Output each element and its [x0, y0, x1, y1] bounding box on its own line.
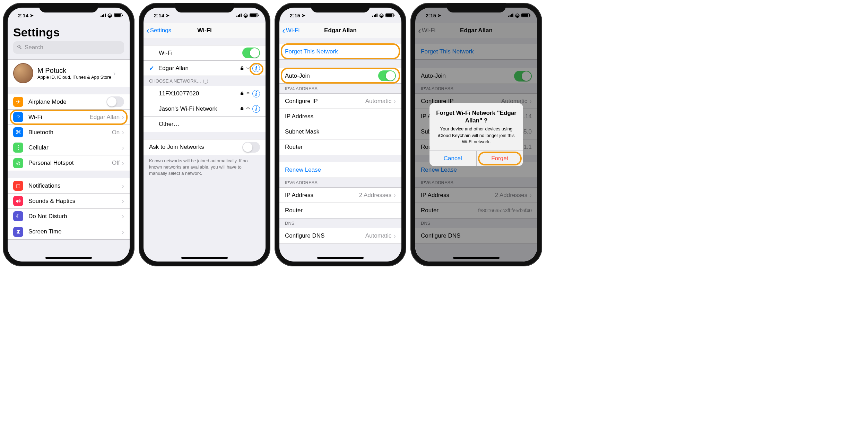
airplane-mode-cell[interactable]: ✈Airplane Mode: [8, 94, 130, 110]
apple-id-cell[interactable]: M PotuckApple ID, iCloud, iTunes & App S…: [8, 60, 130, 87]
chevron-right-icon: ›: [122, 128, 124, 136]
network-cell[interactable]: Jason's Wi-Fi Network🔒︎⌔i: [144, 101, 266, 117]
notifications-cell[interactable]: ◻Notifications›: [8, 178, 130, 194]
home-indicator[interactable]: [181, 257, 228, 259]
bluetooth-icon: ⌘: [13, 127, 23, 137]
location-icon: ➤: [166, 13, 170, 18]
nav-bar: ‹Settings Wi-Fi: [144, 23, 266, 38]
bluetooth-cell[interactable]: ⌘BluetoothOn›: [8, 125, 130, 140]
settings-content[interactable]: Settings 🔍︎Search M PotuckApple ID, iClo…: [8, 23, 130, 262]
wifi-icon: ◒: [379, 12, 384, 18]
configure-ip-label: Configure IP: [285, 98, 365, 105]
chevron-right-icon: ›: [122, 182, 124, 190]
cellular-cell[interactable]: ⋮Cellular›: [8, 140, 130, 155]
info-icon[interactable]: i: [252, 90, 260, 97]
ask-footer: Known networks will be joined automatica…: [144, 155, 266, 180]
autojoin-toggle[interactable]: [378, 70, 396, 81]
screentime-label: Screen Time: [28, 228, 120, 235]
airplane-icon: ✈: [13, 97, 23, 107]
lock-icon: 🔒︎: [240, 66, 244, 71]
ipv6-router-cell: Router: [279, 203, 401, 218]
screen-wifi: 2:14➤ ◒ ‹Settings Wi-Fi Wi-Fi ✓Edgar All…: [144, 8, 266, 262]
choose-network-header: CHOOSE A NETWORK…: [144, 76, 266, 86]
dns-header: DNS: [279, 219, 401, 228]
signal-icon: [372, 14, 377, 17]
hotspot-value: Off: [112, 160, 120, 166]
subnet-cell: Subnet Mask: [279, 124, 401, 139]
screentime-icon: ⧗: [13, 227, 23, 237]
ip-address-label: IP Address: [285, 113, 396, 120]
wifi-toggle-cell: Wi-Fi: [144, 45, 266, 61]
chevron-right-icon: ›: [113, 69, 116, 77]
alert-title: Forget Wi-Fi Network "Edgar Allan" ?: [435, 109, 518, 125]
notch: [311, 3, 370, 12]
search-input[interactable]: 🔍︎Search: [13, 41, 124, 54]
network-name: Jason's Wi-Fi Network: [149, 105, 240, 112]
airplane-toggle[interactable]: [106, 96, 124, 107]
wifi-cell[interactable]: ⌔Wi-FiEdgar Allan›: [8, 110, 130, 125]
hotspot-label: Personal Hotspot: [28, 160, 112, 166]
chevron-right-icon: ›: [122, 144, 124, 152]
current-network-cell[interactable]: ✓Edgar Allan🔒︎⌔i: [144, 61, 266, 76]
dnd-cell[interactable]: ☾Do Not Disturb›: [8, 209, 130, 224]
home-indicator[interactable]: [45, 257, 92, 259]
profile-sub: Apple ID, iCloud, iTunes & App Store: [37, 75, 111, 80]
configure-dns-cell[interactable]: Configure DNSAutomatic›: [279, 228, 401, 243]
chevron-left-icon: ‹: [146, 26, 149, 35]
forget-network-cell[interactable]: Forget This Network: [279, 44, 401, 59]
ask-toggle[interactable]: [242, 142, 260, 153]
phone-3: 2:15➤ ◒ ‹Wi-Fi Edgar Allan Forget This N…: [275, 3, 406, 266]
chevron-right-icon: ›: [122, 228, 124, 236]
renew-label: Renew Lease: [285, 166, 396, 173]
configure-ip-cell[interactable]: Configure IPAutomatic›: [279, 94, 401, 109]
ipv6-header: IPV6 ADDRESS: [279, 178, 401, 187]
wifi-value: Edgar Allan: [89, 114, 120, 121]
status-time: 2:14: [18, 12, 28, 18]
sounds-label: Sounds & Haptics: [28, 198, 120, 205]
notifications-icon: ◻: [13, 181, 23, 191]
battery-icon: [250, 13, 258, 17]
info-icon[interactable]: i: [252, 65, 260, 72]
renew-lease-cell[interactable]: Renew Lease: [279, 162, 401, 178]
notch: [175, 3, 234, 12]
other-network-cell[interactable]: Other…: [144, 117, 266, 132]
info-icon[interactable]: i: [252, 105, 260, 113]
wifi-strength-icon: ⌔: [246, 91, 250, 96]
hotspot-cell[interactable]: ⊚Personal HotspotOff›: [8, 155, 130, 171]
chevron-right-icon: ›: [122, 197, 124, 205]
screentime-cell[interactable]: ⧗Screen Time›: [8, 224, 130, 239]
location-icon: ➤: [302, 13, 305, 18]
cancel-button[interactable]: Cancel: [429, 151, 477, 166]
status-time: 2:15: [290, 12, 300, 18]
network-name: 11FX10077620: [149, 90, 240, 97]
back-label: Settings: [150, 27, 171, 34]
home-indicator[interactable]: [317, 257, 364, 259]
network-cell[interactable]: 11FX10077620🔒︎⌔i: [144, 86, 266, 101]
back-button[interactable]: ‹Settings: [144, 26, 171, 35]
configure-ip-value: Automatic: [365, 98, 392, 105]
autojoin-label: Auto-Join: [285, 72, 378, 79]
chevron-left-icon: ‹: [282, 26, 285, 35]
ask-to-join-cell: Ask to Join Networks: [144, 139, 266, 155]
bluetooth-label: Bluetooth: [28, 129, 112, 136]
bluetooth-value: On: [112, 129, 120, 136]
wifi-toggle[interactable]: [242, 48, 260, 58]
screen-network-detail: 2:15➤ ◒ ‹Wi-Fi Edgar Allan Forget This N…: [279, 8, 401, 262]
cellular-icon: ⋮: [13, 143, 23, 153]
ipv6-ip-cell[interactable]: IP Address2 Addresses›: [279, 188, 401, 203]
forget-button[interactable]: Forget: [477, 151, 523, 166]
wifi-content[interactable]: Wi-Fi ✓Edgar Allan🔒︎⌔i CHOOSE A NETWORK……: [144, 38, 266, 262]
chevron-right-icon: ›: [122, 159, 124, 167]
wifi-cell-icon: ⌔: [13, 112, 23, 122]
battery-icon: [385, 13, 394, 17]
sounds-cell[interactable]: 🔊︎Sounds & Haptics›: [8, 194, 130, 209]
notifications-label: Notifications: [28, 182, 120, 189]
wifi-label: Wi-Fi: [28, 114, 89, 121]
back-label: Wi-Fi: [286, 27, 300, 34]
other-label: Other…: [149, 121, 260, 128]
detail-content[interactable]: Forget This Network Auto-Join IPV4 ADDRE…: [279, 38, 401, 262]
dnd-label: Do Not Disturb: [28, 213, 120, 220]
back-button[interactable]: ‹Wi-Fi: [279, 26, 300, 35]
router-cell: Router: [279, 139, 401, 155]
airplane-label: Airplane Mode: [28, 99, 106, 105]
